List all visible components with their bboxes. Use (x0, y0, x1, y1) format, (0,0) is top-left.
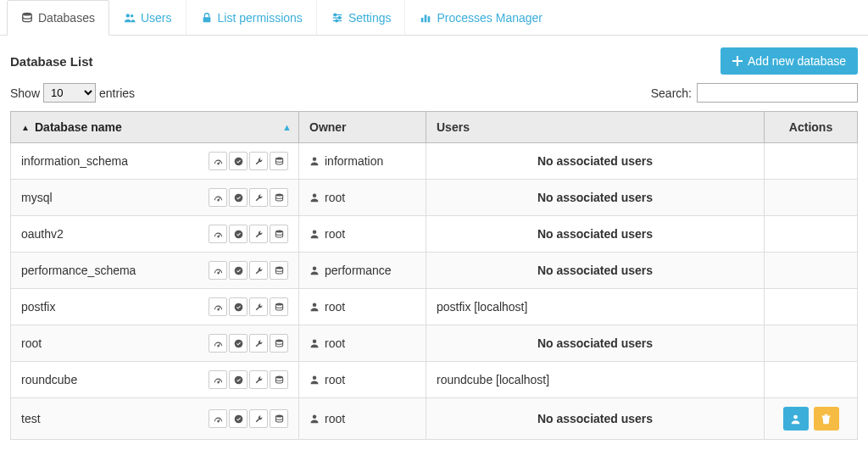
row-action-gauge-button[interactable] (209, 152, 227, 170)
svg-point-46 (275, 375, 282, 378)
add-new-database-button[interactable]: Add new database (721, 47, 858, 75)
row-action-database-button[interactable] (270, 188, 288, 207)
row-action-database-button[interactable] (270, 409, 288, 428)
check-circle-icon (234, 230, 243, 239)
row-action-gauge-button[interactable] (209, 225, 227, 243)
svg-point-22 (313, 194, 317, 198)
row-action-database-button[interactable] (270, 297, 288, 316)
svg-point-41 (275, 339, 282, 342)
row-action-database-button[interactable] (270, 261, 288, 280)
row-action-check-circle-button[interactable] (229, 261, 248, 280)
database-icon (275, 375, 284, 385)
row-action-database-button[interactable] (270, 334, 288, 353)
row-action-gauge-button[interactable] (209, 334, 227, 353)
svg-rect-3 (203, 17, 210, 22)
database-table: ▲ Database name ▲ Owner Users Actions in… (10, 111, 858, 440)
svg-point-37 (313, 303, 317, 308)
row-action-wrench-button[interactable] (249, 188, 268, 207)
delete-database-button[interactable] (814, 407, 839, 431)
users-icon (124, 12, 136, 24)
owner-name: root (325, 412, 345, 425)
row-action-wrench-button[interactable] (249, 409, 268, 428)
svg-point-47 (313, 376, 317, 381)
gauge-icon (214, 266, 223, 275)
sort-asc-icon: ▲ (282, 122, 292, 132)
row-action-wrench-button[interactable] (249, 297, 268, 316)
plus-icon (732, 56, 743, 66)
check-circle-icon (234, 193, 243, 203)
wrench-icon (254, 339, 264, 348)
row-action-gauge-button[interactable] (209, 297, 227, 316)
no-users-text: No associated users (437, 191, 754, 204)
row-action-database-button[interactable] (270, 370, 288, 389)
tab-label: Settings (348, 11, 392, 25)
column-header-users[interactable]: Users (426, 112, 765, 143)
user-icon (309, 338, 320, 348)
table-row: oauthv2rootNo associated users (11, 216, 858, 253)
users-list: postfix [localhost] (437, 300, 754, 314)
row-action-wrench-button[interactable] (249, 370, 268, 389)
gauge-icon (214, 303, 223, 312)
row-action-wrench-button[interactable] (249, 152, 268, 170)
svg-point-36 (275, 303, 282, 305)
svg-point-9 (336, 19, 338, 22)
row-action-wrench-button[interactable] (249, 261, 268, 280)
assign-user-button[interactable] (783, 407, 809, 431)
row-action-check-circle-button[interactable] (229, 225, 248, 243)
database-name: roundcube (21, 373, 77, 386)
svg-point-7 (334, 14, 337, 16)
database-icon (275, 339, 284, 348)
wrench-icon (254, 414, 264, 424)
column-header-name[interactable]: ▲ Database name ▲ (11, 112, 299, 143)
database-icon (275, 230, 284, 239)
user-icon (309, 375, 320, 385)
database-icon (275, 266, 284, 275)
search-label: Search: (651, 86, 692, 100)
row-action-database-button[interactable] (270, 225, 288, 243)
show-suffix: entries (99, 86, 135, 100)
table-row: roundcuberootroundcube [localhost] (11, 362, 858, 398)
svg-point-1 (126, 14, 130, 17)
page-size-select[interactable]: 102550100 (43, 83, 96, 103)
column-header-owner[interactable]: Owner (299, 112, 426, 143)
row-action-wrench-button[interactable] (249, 334, 268, 353)
tab-settings[interactable]: Settings (317, 0, 406, 35)
tab-list-permissions[interactable]: List permissions (186, 0, 317, 35)
svg-point-34 (217, 308, 218, 309)
row-action-check-circle-button[interactable] (229, 297, 248, 316)
wrench-icon (254, 303, 264, 312)
row-action-gauge-button[interactable] (209, 409, 227, 428)
row-action-check-circle-button[interactable] (229, 370, 248, 389)
table-row: postfixrootpostfix [localhost] (11, 289, 858, 325)
svg-point-2 (131, 14, 134, 18)
svg-rect-11 (425, 15, 427, 23)
row-action-gauge-button[interactable] (209, 188, 227, 207)
svg-point-26 (275, 230, 282, 232)
column-header-actions: Actions (765, 112, 858, 143)
database-name: root (21, 336, 42, 350)
svg-point-42 (313, 340, 317, 344)
row-action-check-circle-button[interactable] (229, 188, 248, 207)
gauge-icon (214, 375, 223, 385)
caret-up-icon: ▲ (21, 123, 30, 132)
svg-point-19 (217, 199, 218, 200)
tab-users[interactable]: Users (109, 0, 186, 35)
row-action-check-circle-button[interactable] (229, 334, 248, 353)
tab-processes-manager[interactable]: Processes Manager (405, 0, 557, 35)
svg-rect-54 (822, 415, 831, 417)
row-action-gauge-button[interactable] (209, 370, 227, 389)
svg-point-14 (217, 163, 218, 164)
search-input[interactable] (697, 83, 858, 103)
database-icon (275, 414, 284, 424)
svg-point-31 (275, 266, 282, 269)
row-action-gauge-button[interactable] (209, 261, 227, 280)
svg-point-0 (23, 13, 32, 16)
row-action-wrench-button[interactable] (249, 225, 268, 243)
tab-databases[interactable]: Databases (7, 0, 109, 36)
svg-point-51 (275, 414, 282, 417)
database-name: information_schema (21, 154, 128, 168)
row-action-database-button[interactable] (270, 152, 288, 170)
row-action-check-circle-button[interactable] (229, 152, 248, 170)
bar-chart-icon (420, 12, 431, 24)
row-action-check-circle-button[interactable] (229, 409, 248, 428)
